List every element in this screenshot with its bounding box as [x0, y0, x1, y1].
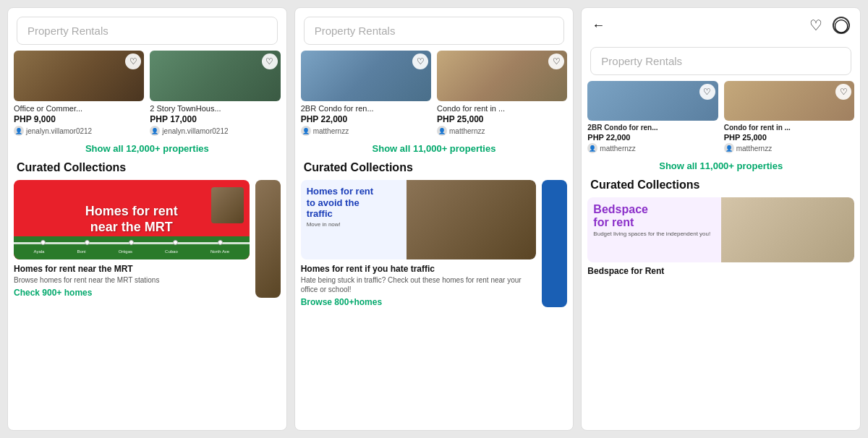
banner-mrt: Homes for rentnear the MRT Ayala B	[14, 180, 250, 259]
agent-name-2-1: matthernzz	[313, 127, 349, 135]
heart-button-3-2[interactable]: ♡	[835, 84, 851, 100]
collection-card-1-1[interactable]: Homes for rentnear the MRT Ayala B	[14, 180, 250, 298]
heart-button-1-1[interactable]: ♡	[125, 53, 141, 69]
section-title-2: Curated Collections	[295, 158, 574, 180]
screen-1: Property Rentals ♡ Office or Commer... P…	[7, 7, 287, 431]
property-agent-1-2: 👤 jenalyn.villamor0212	[150, 126, 280, 136]
agent-avatar-1-1: 👤	[14, 126, 24, 136]
property-price-3-1: PHP 22,000	[587, 133, 718, 142]
banner-traffic: Homes for rentto avoid thetraffic Move i…	[301, 180, 537, 259]
property-thumb-2-2: ♡	[437, 51, 567, 101]
back-icon[interactable]: ←	[592, 18, 605, 33]
collection-title-1-1: Homes for rent near the MRT	[14, 264, 250, 274]
property-title-2-2: Condo for rent in ...	[437, 104, 567, 113]
agent-name-3-1: matthernzz	[600, 145, 635, 153]
search-bar-1[interactable]: Property Rentals	[17, 17, 278, 45]
collection-title-2-1: Homes for rent if you hate traffic	[301, 264, 537, 274]
property-title-2-1: 2BR Condo for ren...	[301, 104, 431, 113]
property-thumb-1-2: ♡	[150, 51, 280, 101]
bedspace-sub: Budget living spaces for the independent…	[593, 231, 740, 237]
property-price-2-2: PHP 25,000	[437, 114, 567, 124]
property-card-2-2: ♡ Condo for rent in ... PHP 25,000 👤 mat…	[437, 51, 567, 136]
property-agent-2-2: 👤 matthernzz	[437, 126, 567, 136]
property-thumb-3-2: ♡	[724, 81, 854, 121]
property-card-2-1: ♡ 2BR Condo for ren... PHP 22,000 👤 matt…	[301, 51, 431, 136]
section-title-1: Curated Collections	[8, 158, 286, 180]
mrt-banner-text: Homes for rentnear the MRT	[85, 204, 178, 235]
property-price-2-1: PHP 22,000	[301, 114, 431, 124]
property-title-1-2: 2 Story TownHous...	[150, 104, 280, 113]
agent-avatar-3-2: 👤	[724, 143, 734, 153]
property-row-1: ♡ Office or Commer... PHP 9,000 👤 jenaly…	[8, 51, 286, 136]
traffic-text: Homes for rentto avoid thetraffic Move i…	[307, 186, 425, 228]
property-row-2: ♡ 2BR Condo for ren... PHP 22,000 👤 matt…	[295, 51, 574, 136]
search-bar-3[interactable]: Property Rentals	[590, 47, 851, 75]
collection-card-2-1[interactable]: Homes for rentto avoid thetraffic Move i…	[301, 180, 537, 307]
section-title-3: Curated Collections	[582, 176, 860, 197]
show-all-3[interactable]: Show all 11,000+ properties	[582, 153, 860, 176]
collection-stub-1	[255, 180, 281, 298]
screen-2: Property Rentals ♡ 2BR Condo for ren... …	[294, 7, 574, 431]
agent-avatar-2-1: 👤	[301, 126, 311, 136]
bedspace-photo	[721, 197, 854, 262]
property-thumb-2-1: ♡	[301, 51, 431, 101]
collection-stub-2	[542, 180, 567, 307]
bedspace-title: Bedspacefor rent	[593, 203, 740, 228]
agent-name-1-2: jenalyn.villamor0212	[162, 127, 228, 135]
heart-button-2-2[interactable]: ♡	[548, 53, 564, 69]
collection-desc-1-1: Browse homes for rent near the MRT stati…	[14, 275, 250, 285]
collection-title-3-1: Bedspace for Rent	[587, 266, 854, 276]
property-agent-2-1: 👤 matthernzz	[301, 126, 431, 136]
agent-name-3-2: matthernzz	[736, 145, 772, 153]
browse-link-2-1[interactable]: Browse 800+homes	[301, 297, 537, 307]
property-row-3: ♡ 2BR Condo for ren... PHP 22,000 👤 matt…	[582, 81, 860, 153]
agent-name-1-1: jenalyn.villamor0212	[26, 127, 92, 135]
header-icons: ♡ ◯	[809, 17, 850, 34]
heart-button-3-1[interactable]: ♡	[699, 84, 715, 100]
traffic-photo	[407, 180, 536, 259]
screen3-header: ← ♡ ◯	[582, 8, 860, 38]
agent-avatar-1-2: 👤	[150, 126, 160, 136]
property-thumb-1-1: ♡	[14, 51, 144, 101]
banner-bedspace: Bedspacefor rent Budget living spaces fo…	[587, 197, 854, 262]
collections-row-2: Homes for rentto avoid thetraffic Move i…	[295, 180, 574, 307]
property-card-3-2: ♡ Condo for rent in ... PHP 25,000 👤 mat…	[724, 81, 854, 153]
property-price-1-2: PHP 17,000	[150, 114, 280, 124]
search-bar-2[interactable]: Property Rentals	[304, 17, 565, 45]
agent-avatar-3-1: 👤	[587, 143, 597, 153]
property-agent-3-1: 👤 matthernzz	[587, 143, 718, 153]
heart-button-1-2[interactable]: ♡	[262, 53, 278, 69]
collections-row-1: Homes for rentnear the MRT Ayala B	[8, 180, 286, 298]
screen-3: ← ♡ ◯ Property Rentals ♡ 2BR Condo for r…	[581, 7, 861, 431]
property-title-row-3-1: 2BR Condo for ren...	[587, 124, 718, 132]
traffic-title: Homes for rentto avoid thetraffic	[307, 186, 425, 220]
property-thumb-3-1: ♡	[587, 81, 718, 121]
collection-card-3-1[interactable]: Bedspacefor rent Budget living spaces fo…	[587, 197, 854, 278]
collections-row-3: Bedspacefor rent Budget living spaces fo…	[582, 197, 860, 278]
property-price-1-1: PHP 9,000	[14, 114, 144, 124]
property-card-1-2: ♡ 2 Story TownHous... PHP 17,000 👤 jenal…	[150, 51, 280, 136]
property-agent-3-2: 👤 matthernzz	[724, 143, 854, 153]
browse-link-1-1[interactable]: Check 900+ homes	[14, 288, 250, 298]
chat-icon[interactable]: ◯	[833, 17, 850, 34]
agent-avatar-2-2: 👤	[437, 126, 447, 136]
traffic-sub: Move in now!	[307, 221, 425, 228]
heart-button-2-1[interactable]: ♡	[412, 53, 428, 69]
property-title-row-3-2: Condo for rent in ...	[724, 124, 854, 132]
property-card-1-1: ♡ Office or Commer... PHP 9,000 👤 jenaly…	[14, 51, 144, 136]
screens-container: Property Rentals ♡ Office or Commer... P…	[0, 0, 868, 438]
property-price-3-2: PHP 25,000	[724, 133, 854, 142]
heart-icon[interactable]: ♡	[809, 17, 822, 34]
property-agent-1-1: 👤 jenalyn.villamor0212	[14, 126, 144, 136]
show-all-2[interactable]: Show all 11,000+ properties	[295, 136, 574, 158]
bedspace-text: Bedspacefor rent Budget living spaces fo…	[593, 203, 740, 237]
property-title-1-1: Office or Commer...	[14, 104, 144, 113]
property-title-3-2: Condo for rent in ...	[724, 124, 854, 132]
property-card-3-1: ♡ 2BR Condo for ren... PHP 22,000 👤 matt…	[587, 81, 718, 153]
agent-name-2-2: matthernzz	[449, 127, 485, 135]
collection-desc-2-1: Hate being stuck in traffic? Check out t…	[301, 275, 537, 294]
property-title-3-1: 2BR Condo for ren...	[587, 124, 718, 132]
show-all-1[interactable]: Show all 12,000+ properties	[8, 136, 286, 158]
